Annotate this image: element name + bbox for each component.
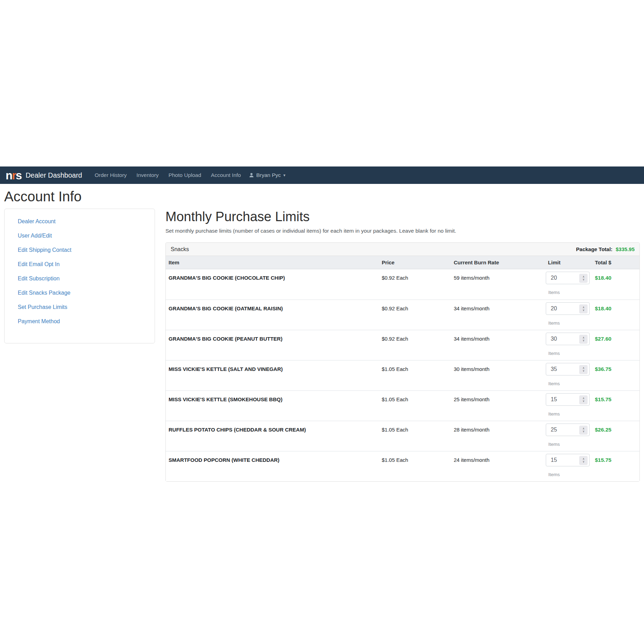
stepper-down-icon[interactable]: ∨ xyxy=(582,309,584,312)
sidebar-link[interactable]: Dealer Account xyxy=(18,218,148,225)
item-name: RUFFLES POTATO CHIPS (CHEDDAR & SOUR CRE… xyxy=(166,421,379,451)
limit-input[interactable] xyxy=(546,333,577,345)
item-price: $1.05 Each xyxy=(379,421,451,451)
table-body: GRANDMA'S BIG COOKIE (CHOCOLATE CHIP) $0… xyxy=(166,269,639,481)
table-row: GRANDMA'S BIG COOKIE (OATMEAL RAISIN) $0… xyxy=(166,300,639,330)
page-title: Account Info xyxy=(4,189,644,204)
section-description: Set monthly purchase limits (number of c… xyxy=(165,228,640,234)
snacks-panel: Snacks Package Total: $335.95 Item Price… xyxy=(165,242,640,482)
user-menu[interactable]: Bryan Pyc ▾ xyxy=(249,172,286,178)
stepper-down-icon[interactable]: ∨ xyxy=(582,400,584,403)
nrs-logo[interactable]: nrs xyxy=(6,170,21,181)
limit-cell: ∧ ∨ Items xyxy=(545,330,592,360)
number-stepper[interactable]: ∧ ∨ xyxy=(579,274,588,283)
number-stepper[interactable]: ∧ ∨ xyxy=(579,456,588,465)
item-name: MISS VICKIE'S KETTLE (SMOKEHOUSE BBQ) xyxy=(166,391,379,421)
nav-item[interactable]: Account Info xyxy=(206,172,246,178)
item-burn-rate: 34 items/month xyxy=(451,330,545,360)
item-burn-rate: 34 items/month xyxy=(451,300,545,330)
nav-item[interactable]: Order History xyxy=(90,172,132,178)
limit-cell: ∧ ∨ Items xyxy=(545,269,592,300)
item-name: SMARTFOOD POPCORN (WHITE CHEDDAR) xyxy=(166,451,379,481)
item-total: $18.40 xyxy=(592,300,639,330)
top-navbar: nrs Dealer Dashboard Order History Inven… xyxy=(0,166,644,184)
item-price: $0.92 Each xyxy=(379,300,451,330)
limit-input-box: ∧ ∨ xyxy=(546,333,590,345)
number-stepper[interactable]: ∧ ∨ xyxy=(579,304,588,313)
stepper-down-icon[interactable]: ∨ xyxy=(582,339,584,342)
stepper-down-icon[interactable]: ∨ xyxy=(582,278,584,281)
table-row: MISS VICKIE'S KETTLE (SMOKEHOUSE BBQ) $1… xyxy=(166,390,639,421)
item-price: $1.05 Each xyxy=(379,360,451,390)
unit-label: Items xyxy=(546,442,589,447)
logo-letter-s: s xyxy=(16,170,21,181)
user-icon xyxy=(249,172,254,178)
limit-input[interactable] xyxy=(546,454,577,466)
sidebar-link[interactable]: Edit Snacks Package xyxy=(18,290,148,296)
section-title: Monthly Purchase Limits xyxy=(165,209,640,224)
stepper-down-icon[interactable]: ∨ xyxy=(582,370,584,372)
limit-cell: ∧ ∨ Items xyxy=(545,451,592,481)
column-header-limit: Limit xyxy=(545,256,592,269)
brand-title[interactable]: Dealer Dashboard xyxy=(25,171,82,179)
item-total: $26.25 xyxy=(592,421,639,451)
stepper-down-icon[interactable]: ∨ xyxy=(582,430,584,433)
account-sidebar: Dealer Account User Add/Edit Edit Shippi… xyxy=(4,209,155,343)
limit-input-box: ∧ ∨ xyxy=(546,302,590,315)
sidebar-link[interactable]: Set Purchase Limits xyxy=(18,304,148,310)
nav-links: Order History Inventory Photo Upload Acc… xyxy=(90,172,246,178)
main-content: Monthly Purchase Limits Set monthly purc… xyxy=(165,209,640,482)
limit-input-box: ∧ ∨ xyxy=(546,454,590,466)
limit-input[interactable] xyxy=(546,303,577,315)
unit-label: Items xyxy=(546,411,589,417)
number-stepper[interactable]: ∧ ∨ xyxy=(579,365,588,374)
content-area: Dealer Account User Add/Edit Edit Shippi… xyxy=(0,209,644,482)
item-total: $15.75 xyxy=(592,451,639,481)
panel-title: Snacks xyxy=(171,246,189,253)
item-name: GRANDMA'S BIG COOKIE (PEANUT BUTTER) xyxy=(166,330,379,360)
nav-item[interactable]: Inventory xyxy=(132,172,164,178)
item-price: $1.05 Each xyxy=(379,451,451,481)
table-row: RUFFLES POTATO CHIPS (CHEDDAR & SOUR CRE… xyxy=(166,421,639,451)
limit-cell: ∧ ∨ Items xyxy=(545,391,592,421)
user-name: Bryan Pyc xyxy=(256,172,281,178)
sidebar-link[interactable]: Payment Method xyxy=(18,318,148,325)
sidebar-link[interactable]: Edit Subscription xyxy=(18,276,148,282)
table-row: GRANDMA'S BIG COOKIE (PEANUT BUTTER) $0.… xyxy=(166,330,639,360)
limit-input-box: ∧ ∨ xyxy=(546,424,590,436)
sidebar-link[interactable]: Edit Shipping Contact xyxy=(18,247,148,253)
limit-input[interactable] xyxy=(546,394,577,405)
number-stepper[interactable]: ∧ ∨ xyxy=(579,335,588,344)
sidebar-link[interactable]: User Add/Edit xyxy=(18,233,148,239)
package-total-label: Package Total: xyxy=(576,246,613,252)
table-row: MISS VICKIE'S KETTLE (SALT AND VINEGAR) … xyxy=(166,360,639,390)
item-burn-rate: 24 items/month xyxy=(451,451,545,481)
limit-input[interactable] xyxy=(546,424,577,436)
item-total: $18.40 xyxy=(592,269,639,300)
limit-input-box: ∧ ∨ xyxy=(546,272,590,284)
item-burn-rate: 59 items/month xyxy=(451,269,545,300)
item-burn-rate: 30 items/month xyxy=(451,360,545,390)
top-whitespace xyxy=(0,0,644,166)
unit-label: Items xyxy=(546,320,589,326)
number-stepper[interactable]: ∧ ∨ xyxy=(579,395,588,404)
table-row: SMARTFOOD POPCORN (WHITE CHEDDAR) $1.05 … xyxy=(166,451,639,481)
package-total: Package Total: $335.95 xyxy=(576,246,635,252)
logo-letter-n: n xyxy=(6,170,12,181)
unit-label: Items xyxy=(546,472,589,477)
item-price: $0.92 Each xyxy=(379,330,451,360)
column-header-burn-rate: Current Burn Rate xyxy=(451,256,545,269)
column-header-item: Item xyxy=(166,256,379,269)
limit-input[interactable] xyxy=(546,272,577,284)
item-name: GRANDMA'S BIG COOKIE (CHOCOLATE CHIP) xyxy=(166,269,379,300)
item-price: $0.92 Each xyxy=(379,269,451,300)
number-stepper[interactable]: ∧ ∨ xyxy=(579,426,588,435)
nav-item[interactable]: Photo Upload xyxy=(164,172,206,178)
unit-label: Items xyxy=(546,351,589,356)
item-total: $36.75 xyxy=(592,360,639,390)
sidebar-link[interactable]: Edit Email Opt In xyxy=(18,261,148,267)
limit-input-box: ∧ ∨ xyxy=(546,393,590,406)
limit-input-box: ∧ ∨ xyxy=(546,363,590,375)
limit-input[interactable] xyxy=(546,363,577,375)
stepper-down-icon[interactable]: ∨ xyxy=(582,460,584,463)
